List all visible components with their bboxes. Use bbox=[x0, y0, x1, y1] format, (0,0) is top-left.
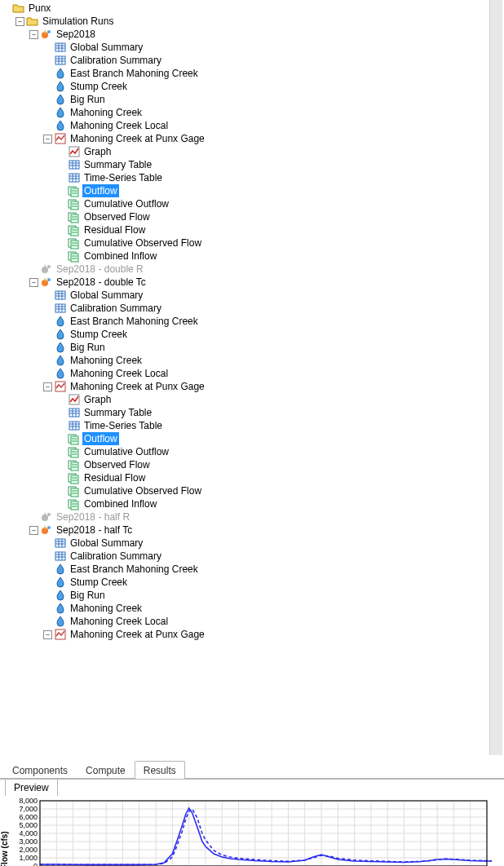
svg-rect-14 bbox=[69, 161, 79, 169]
svg-rect-57 bbox=[55, 304, 65, 312]
svg-rect-83 bbox=[71, 462, 78, 471]
gage-result-node[interactable]: Time-Series Table bbox=[82, 419, 164, 432]
result-node[interactable]: Global Summary bbox=[69, 537, 144, 550]
gage-node[interactable]: Mahoning Creek at Punx Gage bbox=[69, 380, 206, 393]
table-icon bbox=[54, 537, 67, 550]
run-node[interactable]: Sep2018 - double R bbox=[55, 263, 145, 276]
gage-result-node[interactable]: Cumulative Observed Flow bbox=[82, 236, 203, 250]
result-node[interactable]: Big Run bbox=[69, 93, 107, 106]
gage-result-node[interactable]: Summary Table bbox=[82, 158, 153, 171]
toggle-icon[interactable]: − bbox=[29, 278, 38, 287]
tab-compute[interactable]: Compute bbox=[77, 761, 135, 779]
ts-icon bbox=[68, 197, 81, 210]
svg-text:7,000: 7,000 bbox=[19, 805, 38, 813]
result-node[interactable]: Mahoning Creek Local bbox=[69, 119, 170, 132]
run-node[interactable]: Sep2018 - half R bbox=[55, 510, 131, 524]
svg-point-51 bbox=[47, 278, 51, 281]
svg-point-99 bbox=[47, 513, 51, 516]
svg-rect-69 bbox=[69, 422, 79, 430]
basin-icon bbox=[54, 80, 67, 93]
svg-text:3,000: 3,000 bbox=[19, 837, 38, 846]
gage-node[interactable]: Mahoning Creek at Punx Gage bbox=[69, 628, 206, 641]
result-node[interactable]: Stump Creek bbox=[69, 80, 129, 93]
gage-result-node[interactable]: Observed Flow bbox=[82, 210, 152, 223]
svg-rect-19 bbox=[69, 174, 79, 182]
ts-icon bbox=[68, 445, 81, 458]
gage-result-node[interactable]: Time-Series Table bbox=[82, 171, 164, 184]
preview-pane: Preview Flow (cfs) 01,0002,0003,0004,000… bbox=[0, 779, 504, 866]
graph-icon bbox=[68, 393, 81, 406]
result-node[interactable]: Global Summary bbox=[69, 289, 144, 302]
tab-components[interactable]: Components bbox=[3, 761, 77, 779]
svg-text:0: 0 bbox=[33, 862, 38, 866]
result-node[interactable]: Mahoning Creek Local bbox=[69, 615, 170, 628]
basin-icon bbox=[54, 615, 67, 628]
table-icon bbox=[68, 171, 81, 184]
toggle-icon[interactable]: − bbox=[29, 30, 38, 39]
preview-chart: 01,0002,0003,0004,0005,0006,0007,0008,00… bbox=[11, 798, 492, 866]
gage-result-node[interactable]: Observed Flow bbox=[82, 458, 152, 471]
gage-result-node[interactable]: Combined Inflow bbox=[82, 250, 158, 263]
gage-icon bbox=[54, 380, 67, 393]
gage-result-node[interactable]: Residual Flow bbox=[82, 471, 147, 484]
toggle-icon[interactable]: − bbox=[15, 17, 24, 26]
svg-rect-91 bbox=[71, 488, 78, 497]
folder-open-icon bbox=[26, 15, 39, 28]
gage-node[interactable]: Mahoning Creek at Punx Gage bbox=[69, 132, 206, 145]
outflow-node[interactable]: Outflow bbox=[82, 432, 119, 445]
svg-rect-37 bbox=[71, 228, 78, 236]
svg-text:2,000: 2,000 bbox=[19, 846, 38, 854]
result-node[interactable]: East Branch Mahoning Creek bbox=[69, 315, 200, 328]
result-node[interactable]: Mahoning Creek bbox=[69, 354, 144, 367]
result-node[interactable]: Mahoning Creek Local bbox=[69, 367, 170, 380]
basin-icon bbox=[54, 328, 67, 341]
gage-result-node[interactable]: Graph bbox=[82, 145, 113, 158]
result-node[interactable]: Big Run bbox=[69, 341, 107, 354]
table-icon bbox=[68, 406, 81, 419]
result-node[interactable]: Mahoning Creek bbox=[69, 106, 144, 119]
simulation-runs-folder[interactable]: Simulation Runs bbox=[41, 15, 115, 28]
gage-result-node[interactable]: Cumulative Outflow bbox=[82, 445, 170, 458]
gage-result-node[interactable]: Combined Inflow bbox=[82, 497, 158, 510]
tab-preview[interactable]: Preview bbox=[5, 780, 58, 796]
gage-result-node[interactable]: Residual Flow bbox=[82, 223, 147, 236]
ts-icon bbox=[68, 236, 81, 250]
result-node[interactable]: Global Summary bbox=[69, 41, 144, 54]
result-node[interactable]: East Branch Mahoning Creek bbox=[69, 67, 200, 80]
basin-icon bbox=[54, 563, 67, 576]
gage-result-node[interactable]: Cumulative Outflow bbox=[82, 197, 170, 210]
gage-result-node[interactable]: Cumulative Observed Flow bbox=[82, 484, 203, 497]
root-node[interactable]: Punx bbox=[27, 2, 52, 15]
table-icon bbox=[54, 41, 67, 54]
toggle-icon[interactable]: − bbox=[29, 526, 38, 535]
outflow-node[interactable]: Outflow bbox=[82, 184, 119, 197]
run-node[interactable]: Sep2018 - double Tc bbox=[55, 276, 148, 289]
result-node[interactable]: Calibration Summary bbox=[69, 54, 163, 67]
run-node[interactable]: Sep2018 bbox=[55, 28, 97, 41]
gage-icon bbox=[54, 132, 67, 145]
toggle-icon[interactable]: − bbox=[43, 382, 52, 391]
basin-icon bbox=[54, 119, 67, 132]
result-node[interactable]: Calibration Summary bbox=[69, 302, 163, 315]
result-node[interactable]: Calibration Summary bbox=[69, 550, 163, 563]
result-node[interactable]: East Branch Mahoning Creek bbox=[69, 563, 200, 576]
result-node[interactable]: Big Run bbox=[69, 589, 107, 602]
svg-rect-25 bbox=[71, 188, 78, 197]
svg-rect-7 bbox=[55, 56, 65, 64]
gage-result-node[interactable]: Summary Table bbox=[82, 406, 153, 419]
run-node[interactable]: Sep2018 - half Tc bbox=[55, 524, 134, 537]
gage-icon bbox=[54, 628, 67, 641]
toggle-icon[interactable]: − bbox=[43, 630, 52, 639]
basin-icon bbox=[54, 589, 67, 602]
tab-results[interactable]: Results bbox=[135, 761, 185, 779]
ts-icon bbox=[68, 484, 81, 497]
result-node[interactable]: Stump Creek bbox=[69, 328, 129, 341]
gage-result-node[interactable]: Graph bbox=[82, 393, 113, 406]
result-node[interactable]: Stump Creek bbox=[69, 576, 129, 589]
basin-icon bbox=[54, 602, 67, 615]
basin-icon bbox=[54, 93, 67, 106]
result-node[interactable]: Mahoning Creek bbox=[69, 602, 144, 615]
svg-text:6,000: 6,000 bbox=[19, 813, 38, 821]
toggle-icon[interactable]: − bbox=[43, 135, 52, 144]
results-tree[interactable]: Punx−Simulation Runs−Sep2018Global Summa… bbox=[0, 0, 504, 755]
